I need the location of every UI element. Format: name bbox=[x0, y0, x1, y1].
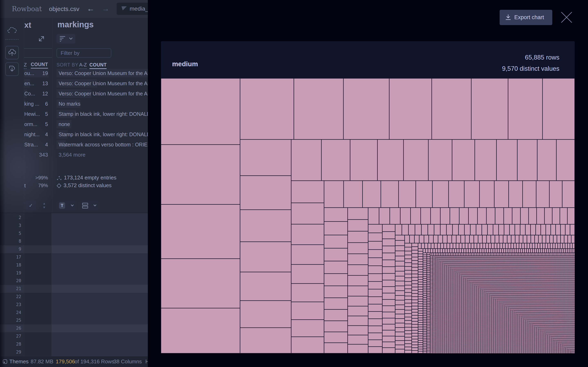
value-count: 5 bbox=[45, 109, 48, 119]
more-values-link[interactable]: 3,564 more bbox=[59, 150, 86, 160]
distinct-values-stat: 3,572 distinct values bbox=[57, 182, 112, 189]
column-count: 38 Columns bbox=[113, 356, 142, 367]
value-label: king ... bbox=[24, 99, 39, 109]
rail-divider bbox=[5, 39, 19, 40]
value-list-item[interactable]: king ... 6 bbox=[24, 99, 52, 109]
value-count: 19 bbox=[42, 68, 48, 78]
value-list-item[interactable]: ou... 19 bbox=[24, 68, 52, 78]
value-list-item[interactable]: Stamp in black ink, lower right: DONALD … bbox=[52, 129, 148, 140]
sort-options-button[interactable] bbox=[57, 34, 75, 44]
value-list-item[interactable]: Verso: Cooper Union Museum for the Arts bbox=[52, 78, 148, 89]
empty-entries-stat: 173,124 empty entries bbox=[57, 175, 116, 181]
column-summary-markings: markings SORT BY A-Z COUNT Verso: Cooper… bbox=[52, 18, 148, 213]
filtered-row-count: 179,506 bbox=[56, 356, 75, 367]
value-list-item[interactable]: en... 13 bbox=[24, 78, 52, 89]
chart-card: medium 65,885 rows 9,570 distinct values bbox=[161, 41, 575, 353]
chart-rows-stat: 65,885 rows bbox=[525, 54, 559, 61]
value-list-item[interactable]: Watermark across verso bottom : ORIENT bbox=[52, 140, 148, 150]
expand-icon[interactable] bbox=[38, 35, 45, 43]
chevron-down-icon bbox=[69, 36, 73, 40]
value-label: Verso: Cooper Union Museum for the Arts bbox=[59, 89, 148, 99]
chart-distinct-stat: 9,570 distinct values bbox=[502, 65, 559, 72]
value-label: Verso: Cooper Union Museum for the Arts bbox=[59, 68, 148, 78]
value-list: Verso: Cooper Union Museum for the Arts … bbox=[52, 68, 148, 150]
sort-lines-icon bbox=[60, 36, 66, 42]
value-label: Stamp in black ink, lower right: DONALD … bbox=[59, 109, 148, 119]
value-list-item[interactable]: No marks bbox=[52, 99, 148, 109]
row-layout-button[interactable] bbox=[79, 201, 99, 210]
app-logo: Rowboat bbox=[12, 0, 42, 18]
chevron-down-icon bbox=[71, 203, 74, 206]
medium-treemap[interactable] bbox=[161, 78, 575, 353]
sort-count-toggle[interactable]: COUNT bbox=[31, 62, 48, 68]
download-icon bbox=[505, 14, 511, 20]
value-count: 12 bbox=[42, 89, 48, 99]
chart-title: medium bbox=[172, 60, 198, 68]
column-type-button[interactable]: T bbox=[57, 201, 76, 210]
file-size: 87.82 MB bbox=[31, 356, 53, 367]
close-icon[interactable] bbox=[561, 11, 572, 23]
value-label: none bbox=[59, 119, 70, 129]
cloud-sync-icon[interactable] bbox=[7, 27, 17, 34]
chart-modal: Export chart medium 65,885 rows 9,570 di… bbox=[148, 0, 588, 367]
value-label: ou... bbox=[24, 68, 34, 78]
value-list-item[interactable]: Co... 12 bbox=[24, 89, 52, 99]
filter-input[interactable] bbox=[57, 48, 111, 58]
value-list-item[interactable]: Verso: Cooper Union Museum for the Arts bbox=[52, 68, 148, 78]
file-name: objects.csv bbox=[49, 0, 79, 18]
value-label: Stamp in black ink, lower right: DONALD … bbox=[59, 129, 148, 140]
cloud-upload-icon bbox=[8, 49, 16, 56]
value-label: No marks bbox=[59, 99, 80, 109]
forward-arrow-icon[interactable]: → bbox=[102, 0, 109, 17]
chevron-down-icon bbox=[94, 203, 96, 206]
value-label: en... bbox=[24, 78, 34, 89]
grid-divider bbox=[52, 213, 52, 356]
value-label: Watermark across verso bottom : ORIENT bbox=[59, 140, 148, 150]
value-count: 6 bbox=[45, 99, 48, 109]
value-count: 13 bbox=[42, 78, 48, 89]
grid-divider bbox=[24, 213, 24, 356]
flag-icon bbox=[121, 6, 127, 11]
themes-button[interactable]: Themes bbox=[9, 356, 29, 367]
filter-input-clipped[interactable] bbox=[24, 48, 52, 58]
text-type-icon: T bbox=[59, 202, 65, 209]
upload-button[interactable] bbox=[5, 46, 19, 59]
value-list-item[interactable]: Stamp in black ink, lower right: DONALD … bbox=[52, 109, 148, 119]
value-list-item[interactable]: none bbox=[52, 119, 148, 129]
value-label: Verso: Cooper Union Museum for the Arts bbox=[59, 78, 148, 89]
file-download-icon bbox=[9, 65, 15, 73]
back-arrow-icon[interactable]: ← bbox=[87, 0, 95, 17]
export-chart-button[interactable]: Export chart bbox=[500, 10, 552, 25]
column-header-fragment: xt bbox=[24, 21, 31, 30]
rows-icon bbox=[82, 203, 89, 209]
value-list-item[interactable]: Verso: Cooper Union Museum for the Arts bbox=[52, 89, 148, 99]
download-button[interactable] bbox=[5, 62, 19, 76]
sort-by-label: SORT BY bbox=[57, 62, 78, 68]
total-row-count: of 194,316 Rows bbox=[75, 356, 114, 367]
value-label: Co... bbox=[24, 89, 35, 99]
column-header: markings bbox=[57, 20, 94, 29]
